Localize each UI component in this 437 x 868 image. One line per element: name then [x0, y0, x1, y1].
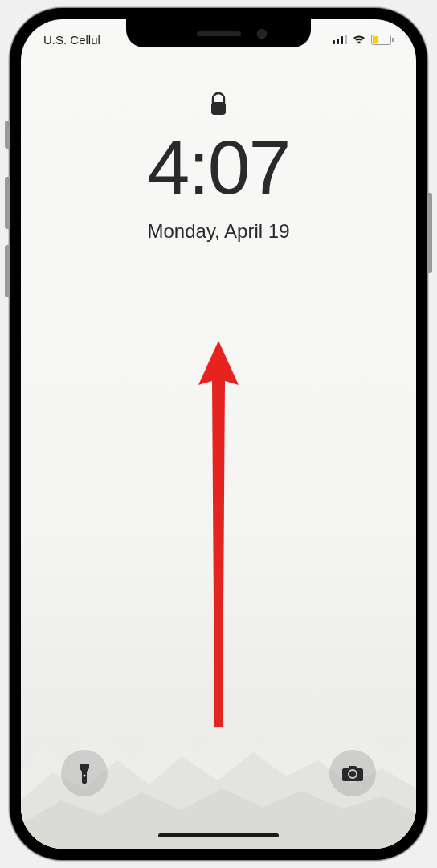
camera-button[interactable] — [329, 750, 376, 796]
lock-icon — [209, 92, 228, 117]
flashlight-button[interactable] — [61, 750, 108, 796]
lock-screen-date: Monday, April 19 — [21, 220, 416, 243]
status-icons — [333, 34, 394, 45]
lock-screen[interactable]: U.S. Cellul — [21, 19, 416, 849]
front-camera — [257, 29, 267, 39]
volume-down-button — [5, 245, 10, 297]
lock-screen-time: 4:07 — [21, 124, 416, 211]
notch — [126, 19, 311, 47]
wifi-icon — [352, 34, 366, 45]
volume-up-button — [5, 177, 10, 229]
svg-point-1 — [84, 775, 86, 777]
speaker-grille — [197, 31, 241, 36]
camera-icon — [341, 764, 364, 782]
power-button — [427, 193, 432, 273]
flashlight-icon — [76, 762, 92, 784]
carrier-label: U.S. Cellul — [43, 33, 100, 47]
home-indicator[interactable] — [158, 833, 279, 837]
svg-rect-0 — [211, 102, 226, 115]
swipe-up-arrow-annotation — [194, 337, 243, 731]
mute-switch — [5, 121, 10, 149]
phone-frame: U.S. Cellul — [10, 8, 427, 860]
battery-icon — [371, 35, 394, 45]
battery-fill-low-power — [373, 36, 378, 43]
cellular-signal-icon — [333, 35, 347, 44]
